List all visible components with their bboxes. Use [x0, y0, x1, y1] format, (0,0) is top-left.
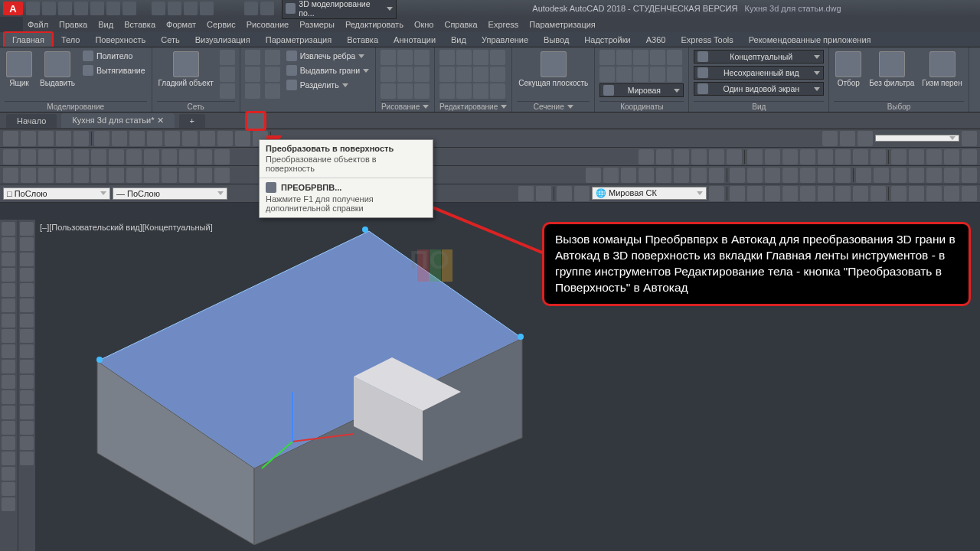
panel-selection: Отбор Без фильтра Гизм перен Выбор: [829, 47, 969, 112]
ltype-bylayer-combo[interactable]: — ПоСлою: [113, 187, 227, 200]
ribbon-tab-visualize[interactable]: Визуализация: [188, 33, 258, 47]
ribbon-tab-solid[interactable]: Тело: [54, 33, 88, 47]
ucs-dropdown[interactable]: Мировая: [599, 83, 684, 97]
qat-saveas-icon[interactable]: [74, 2, 88, 15]
menu-view[interactable]: Вид: [98, 20, 113, 29]
combo-styles[interactable]: [875, 135, 959, 142]
ribbon-tab-a360[interactable]: A360: [639, 33, 674, 47]
panel-modify-title[interactable]: Редактирование: [439, 101, 507, 111]
ribbon-tab-surface[interactable]: Поверхность: [87, 33, 153, 47]
mesh-b2[interactable]: [220, 67, 235, 82]
menu-file[interactable]: Файл: [28, 20, 48, 29]
qat-open-icon[interactable]: [42, 2, 56, 15]
qat-save-icon[interactable]: [58, 2, 72, 15]
tooltip-command: ПРЕОБРВПВ...: [260, 178, 433, 194]
mesh-b3[interactable]: [220, 83, 235, 99]
ucs-combo[interactable]: 🌐 Мировая СК: [592, 187, 707, 200]
tab-drawing[interactable]: Кухня 3d для статьи* ✕: [61, 113, 174, 128]
visual-style-dropdown[interactable]: Концептуальный: [694, 50, 824, 64]
tab-new[interactable]: +: [179, 114, 205, 128]
color-bylayer-combo[interactable]: □ ПоСлою: [3, 187, 110, 200]
se-b5[interactable]: [265, 67, 280, 82]
ribbon-tab-express[interactable]: Express Tools: [673, 33, 740, 47]
qat-misc1-icon[interactable]: [244, 2, 258, 15]
section-plane-icon: [541, 51, 567, 77]
app-logo-icon[interactable]: A: [3, 2, 23, 15]
ribbon-tab-annotate[interactable]: Аннотации: [386, 33, 443, 47]
menu-edit[interactable]: Правка: [59, 20, 87, 29]
qat-undo-icon[interactable]: [106, 2, 120, 15]
qat-plot-icon[interactable]: [90, 2, 104, 15]
panel-view-title[interactable]: Вид: [694, 101, 824, 111]
visual-style-icon: [697, 51, 708, 62]
ribbon-tab-featured[interactable]: Рекомендованные приложения: [741, 33, 879, 47]
qat-misc2-icon[interactable]: [260, 2, 274, 15]
menu-format[interactable]: Формат: [166, 20, 196, 29]
panel-modeling-title[interactable]: Моделирование: [5, 101, 147, 111]
gizmo-button[interactable]: Гизм перен: [920, 50, 963, 89]
globe-icon: [603, 85, 614, 96]
ribbon-tab-addins[interactable]: Надстройки: [577, 33, 638, 47]
extrude-button[interactable]: Выдавить: [38, 50, 77, 89]
panel-coords: Мировая Координаты: [595, 47, 689, 112]
section-plane-button[interactable]: Секущая плоскость: [517, 50, 590, 89]
workspace-dropdown[interactable]: 3D моделирование по...: [282, 0, 397, 19]
viewport-dropdown[interactable]: Один видовой экран: [694, 82, 824, 96]
separate-button[interactable]: Разделить: [285, 79, 371, 91]
ribbon-tab-insert[interactable]: Вставка: [339, 33, 386, 47]
se-b1[interactable]: [245, 50, 260, 65]
ribbon-tab-manage[interactable]: Управление: [474, 33, 536, 47]
toolbar-row-4: □ ПоСлою — ПоСлою 🌐 Мировая СК: [0, 184, 980, 203]
title-bar: A 3D моделирование по... Autodesk AutoCA…: [0, 0, 980, 17]
smooth-button[interactable]: Гладкий объект: [157, 50, 215, 89]
ribbon-tab-home[interactable]: Главная: [3, 31, 54, 47]
menu-window[interactable]: Окно: [414, 20, 434, 29]
tab-start[interactable]: Начало: [6, 114, 57, 128]
extrude-faces-button[interactable]: Выдавить грани: [285, 64, 371, 77]
panel-section-title[interactable]: Сечение: [517, 101, 590, 111]
se-b4[interactable]: [265, 50, 280, 65]
ribbon-tab-mesh[interactable]: Сеть: [153, 33, 187, 47]
mesh-b1[interactable]: [220, 50, 235, 65]
se-b6[interactable]: [265, 83, 280, 99]
ribbon-tab-param[interactable]: Параметризация: [258, 33, 339, 47]
panel-coords-title[interactable]: Координаты: [599, 101, 684, 111]
menu-help[interactable]: Справка: [444, 20, 477, 29]
saved-view-dropdown[interactable]: Несохраненный вид: [694, 66, 824, 80]
convert-to-surface-button[interactable]: [245, 111, 266, 131]
se-b3[interactable]: [245, 83, 260, 99]
qat-layer1-icon[interactable]: [152, 2, 165, 15]
se-b2[interactable]: [245, 67, 260, 82]
toolbar-row-1: [0, 129, 980, 148]
watermark-text: ПО: [410, 245, 450, 275]
extract-edges-button[interactable]: Извлечь ребра: [285, 50, 371, 62]
menu-insert[interactable]: Вставка: [124, 20, 155, 29]
qat-layer2-icon[interactable]: [168, 2, 181, 15]
menu-param[interactable]: Параметризация: [529, 20, 595, 29]
menu-dim[interactable]: Размеры: [299, 20, 335, 29]
presspull-button[interactable]: Вытягивание: [81, 64, 147, 77]
svg-point-11: [96, 357, 103, 363]
box-button[interactable]: Ящик: [5, 50, 34, 89]
separate-icon: [286, 80, 297, 90]
panel-mesh-title[interactable]: Сеть: [157, 101, 235, 111]
panel-selection-title[interactable]: Выбор: [834, 101, 963, 111]
qat-new-icon[interactable]: [26, 2, 40, 15]
saved-view-icon: [697, 67, 708, 78]
filter-button[interactable]: Отбор: [834, 50, 863, 89]
menu-express[interactable]: Express: [488, 20, 519, 29]
tooltip-help: Нажмите F1 для получения дополнительной …: [260, 194, 433, 217]
ribbon-tab-view[interactable]: Вид: [443, 33, 474, 47]
menu-tools[interactable]: Сервис: [207, 20, 236, 29]
nofilter-button[interactable]: Без фильтра: [867, 50, 916, 89]
menu-modify[interactable]: Редактировать: [345, 20, 403, 29]
menu-draw[interactable]: Рисование: [247, 20, 289, 29]
model-3d: [63, 223, 537, 545]
qat-layer4-icon[interactable]: [200, 2, 214, 15]
qat-redo-icon[interactable]: [122, 2, 136, 15]
panel-draw-title[interactable]: Рисование: [381, 101, 430, 111]
qat-layer3-icon[interactable]: [184, 2, 198, 15]
ribbon-tab-output[interactable]: Вывод: [536, 33, 577, 47]
polysolid-button[interactable]: Политело: [81, 50, 147, 62]
ribbon-tab-strip: Главная Тело Поверхность Сеть Визуализац…: [0, 32, 980, 47]
